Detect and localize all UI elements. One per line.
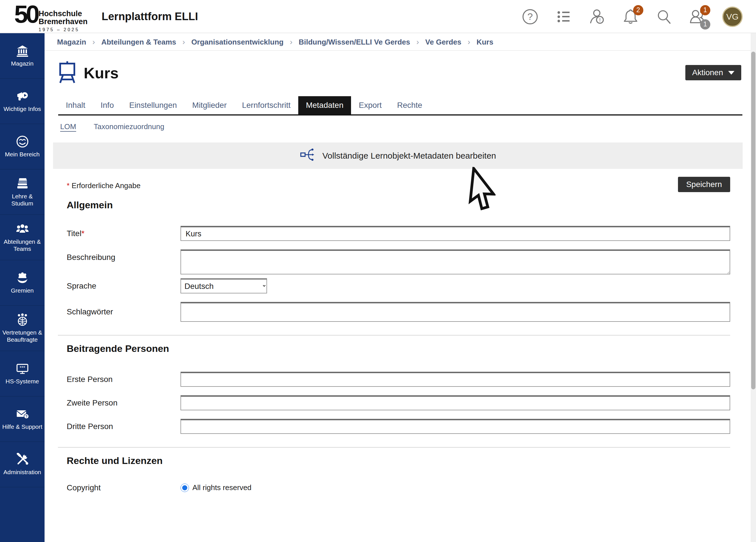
subtab-taxonomiezuordnung[interactable]: Taxonomiezuordnung: [94, 122, 164, 131]
save-button[interactable]: Speichern: [678, 177, 730, 192]
breadcrumb-item[interactable]: Bildung/Wissen/ELLI Ve Gerdes: [299, 38, 410, 47]
tab-export[interactable]: Export: [351, 96, 389, 114]
sidebar-item-abteilungen-teams[interactable]: Abteilungen & Teams: [0, 215, 45, 260]
sidebar-item-lehre-studium[interactable]: Lehre & Studium: [0, 169, 45, 215]
notification-badge: 2: [633, 5, 643, 15]
sidebar-item-vertretungen[interactable]: Vertretungen & Beauftragte: [0, 306, 45, 351]
beschreibung-label: Beschreibung: [67, 249, 180, 276]
sidebar-item-mein-bereich[interactable]: Mein Bereich: [0, 124, 45, 169]
required-asterisk: *: [67, 181, 70, 190]
copyright-radio[interactable]: [180, 484, 189, 492]
dritte-person-label: Dritte Person: [67, 419, 180, 434]
tab-rechte[interactable]: Rechte: [389, 96, 430, 114]
breadcrumb: Magazin › Abteilungen & Teams › Organisa…: [45, 34, 756, 51]
help-icon[interactable]: ?: [521, 8, 539, 26]
megaphone-icon: [16, 90, 29, 103]
bell-icon[interactable]: 2: [622, 8, 639, 26]
breadcrumb-item[interactable]: Magazin: [57, 38, 86, 47]
edit-full-metadata-banner[interactable]: Vollständige Lernobjekt-Metadaten bearbe…: [53, 142, 743, 169]
dritte-person-input[interactable]: [180, 419, 730, 434]
sidebar-item-administration[interactable]: Administration: [0, 442, 45, 487]
chevron-right-icon: ›: [416, 37, 419, 47]
sidebar-item-label: Gremien: [11, 287, 34, 294]
caret-down-icon: [728, 71, 734, 75]
schlagwoerter-input[interactable]: [180, 302, 730, 322]
main-content: Magazin › Abteilungen & Teams › Organisa…: [45, 34, 756, 542]
contacts-badge-count: 1: [700, 19, 710, 30]
copyright-option-label: All rights reserved: [192, 483, 251, 492]
avatar[interactable]: VG: [722, 7, 743, 27]
bank-icon: [16, 44, 29, 57]
logo-name-line1: Hochschule: [39, 9, 82, 18]
page-header: Kurs Aktionen: [45, 61, 756, 85]
tab-lernfortschritt[interactable]: Lernfortschritt: [234, 96, 298, 114]
sidebar-item-label: Mein Bereich: [5, 151, 40, 158]
list-icon[interactable]: [555, 8, 572, 26]
copyright-option-row: All rights reserved: [180, 483, 730, 492]
tab-mitglieder[interactable]: Mitglieder: [184, 96, 234, 114]
metadata-nodes-icon: [300, 147, 316, 165]
sidebar-item-hs-systeme[interactable]: *** HS-Systeme: [0, 351, 45, 396]
svg-text:?: ?: [25, 414, 28, 419]
sidebar: Magazin Wichtige Infos Mein Bereich Lehr…: [0, 33, 45, 542]
people-group-icon: [16, 222, 29, 236]
breadcrumb-item[interactable]: Ve Gerdes: [425, 38, 461, 47]
sidebar-item-hilfe-support[interactable]: ? Hilfe & Support: [0, 396, 45, 442]
sidebar-item-label: Hilfe & Support: [2, 423, 42, 430]
scrollbar-thumb[interactable]: [751, 52, 755, 389]
titel-input[interactable]: [180, 226, 730, 241]
svg-text:!: !: [599, 17, 601, 23]
sidebar-item-magazin[interactable]: Magazin: [0, 33, 45, 79]
tab-einstellungen[interactable]: Einstellungen: [121, 96, 184, 114]
breadcrumb-item[interactable]: Organisationsentwicklung: [191, 38, 283, 47]
banner-label: Vollständige Lernobjekt-Metadaten bearbe…: [322, 151, 496, 161]
logo-years: 1975 – 2025: [39, 27, 88, 32]
tools-icon: [16, 453, 29, 466]
subtab-bar: LOM Taxonomiezuordnung: [45, 122, 756, 131]
breadcrumb-item[interactable]: Abteilungen & Teams: [101, 38, 176, 47]
section-heading-beitragende: Beitragende Personen: [67, 343, 730, 354]
tab-inhalt[interactable]: Inhalt: [58, 96, 93, 114]
sprache-select[interactable]: Deutsch: [180, 278, 267, 293]
app-title: Lernplattform ELLI: [102, 10, 198, 22]
globe-people-icon: [16, 313, 29, 326]
sidebar-item-wichtige-infos[interactable]: Wichtige Infos: [0, 79, 45, 124]
sidebar-item-label: Abteilungen & Teams: [1, 238, 43, 252]
beschreibung-textarea[interactable]: [180, 249, 730, 274]
sidebar-item-label: HS-Systeme: [6, 378, 39, 385]
user-alert-icon[interactable]: !: [588, 8, 606, 26]
books-icon: [16, 177, 29, 190]
chevron-right-icon: ›: [468, 37, 470, 47]
section-divider: [58, 335, 730, 336]
zweite-person-input[interactable]: [180, 395, 730, 410]
sidebar-item-gremien[interactable]: Gremien: [0, 260, 45, 306]
breadcrumb-item[interactable]: Kurs: [476, 38, 493, 47]
app-window: 50 Hochschule Bremerhaven 1975 – 2025 Le…: [0, 0, 756, 542]
university-logo[interactable]: 50 Hochschule Bremerhaven 1975 – 2025: [14, 2, 87, 32]
header-icon-bar: ? ! 2 1 1 VG: [521, 0, 743, 33]
scrollbar[interactable]: [751, 33, 756, 542]
erste-person-label: Erste Person: [67, 372, 180, 387]
sprache-label: Sprache: [67, 278, 180, 293]
sidebar-item-label: Administration: [3, 469, 41, 476]
schlagwoerter-label: Schlagwörter: [67, 302, 180, 322]
smiley-icon: [16, 135, 29, 148]
erste-person-input[interactable]: [180, 372, 730, 387]
sidebar-item-label: Magazin: [11, 60, 33, 67]
section-divider: [58, 447, 730, 448]
contacts-badge-new: 1: [700, 5, 710, 15]
sidebar-item-label: Lehre & Studium: [1, 193, 43, 207]
tab-metadaten[interactable]: Metadaten: [298, 96, 351, 114]
zweite-person-label: Zweite Person: [67, 395, 180, 410]
tab-info[interactable]: Info: [93, 96, 122, 114]
top-header: 50 Hochschule Bremerhaven 1975 – 2025 Le…: [0, 0, 756, 33]
chevron-right-icon: ›: [290, 37, 292, 47]
sidebar-item-label: Vertretungen & Beauftragte: [1, 329, 43, 343]
contacts-icon[interactable]: 1 1: [689, 8, 706, 26]
subtab-lom[interactable]: LOM: [60, 122, 76, 131]
search-icon[interactable]: [655, 8, 673, 26]
metadata-form: * Erforderliche Angabe Speichern Allgeme…: [45, 177, 756, 492]
section-heading-rechte: Rechte und Lizenzen: [67, 455, 730, 466]
actions-button[interactable]: Aktionen: [685, 65, 741, 80]
monitor-icon: ***: [16, 362, 29, 375]
